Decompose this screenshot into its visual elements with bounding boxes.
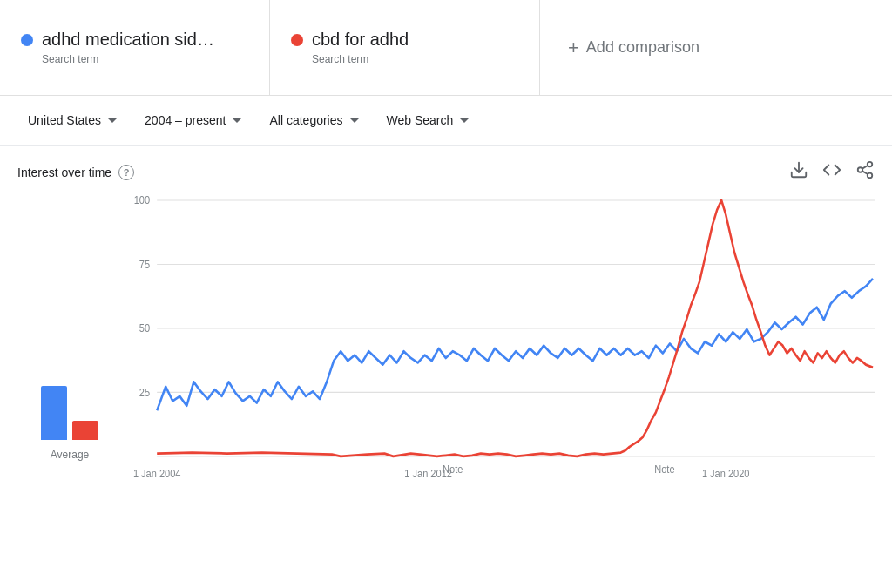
svg-text:25: 25 [139,387,150,398]
search-term-1[interactable]: adhd medication sid… Search term [0,0,270,95]
search-type-filter[interactable]: Web Search [376,106,480,134]
search-term-2[interactable]: cbd for adhd Search term [270,0,540,95]
term-type-2: Search term [312,53,518,65]
term-name-2: cbd for adhd [312,30,409,50]
period-chevron-icon [233,118,241,123]
search-terms-bar: adhd medication sid… Search term cbd for… [0,0,892,96]
main-chart-svg: 100 75 50 25 Note Note 1 Jan 2004 1 Jan … [122,191,875,487]
dot-blue-1 [21,34,33,46]
avg-bar-red [72,421,98,440]
x-label-2020: 1 Jan 2020 [702,469,750,480]
add-comparison-label: Add comparison [586,38,699,57]
avg-label: Average [51,449,89,461]
category-filter[interactable]: All categories [259,106,368,134]
category-chevron-icon [350,118,359,123]
region-filter[interactable]: United States [17,106,127,134]
filter-bar: United States 2004 – present All categor… [0,96,892,146]
category-label: All categories [269,113,342,127]
avg-bar-blue [41,386,67,440]
term-name-1: adhd medication sid… [42,30,214,50]
download-icon[interactable] [789,160,808,184]
add-comparison-button[interactable]: + Add comparison [540,0,892,95]
svg-line-5 [862,166,868,169]
main-chart-area: 100 75 50 25 Note Note 1 Jan 2004 1 Jan … [122,191,875,487]
dot-red-2 [291,34,303,46]
embed-icon[interactable] [822,160,841,184]
chart-actions [789,160,875,184]
svg-text:100: 100 [134,195,150,206]
svg-text:50: 50 [139,323,150,335]
search-type-chevron-icon [460,118,469,123]
svg-text:75: 75 [139,259,150,270]
chart-title: Interest over time [17,166,112,179]
plus-icon: + [568,37,579,59]
avg-panel: Average [17,370,122,487]
note-label-2: Note [654,463,674,475]
x-label-2004: 1 Jan 2004 [133,469,181,480]
period-filter[interactable]: 2004 – present [134,106,252,134]
help-icon[interactable]: ? [118,165,134,180]
period-label: 2004 – present [145,113,226,127]
term-type-1: Search term [42,53,248,65]
chart-section: Interest over time ? Average [0,146,892,496]
svg-line-4 [862,171,868,174]
search-type-label: Web Search [387,113,454,127]
avg-bars [41,370,98,440]
chart-container: Average 100 75 50 25 Note [17,191,875,496]
share-icon[interactable] [855,160,875,184]
x-label-2012: 1 Jan 2012 [404,469,452,480]
chart-header: Interest over time ? [17,146,875,191]
region-label: United States [28,113,101,127]
region-chevron-icon [108,118,117,123]
